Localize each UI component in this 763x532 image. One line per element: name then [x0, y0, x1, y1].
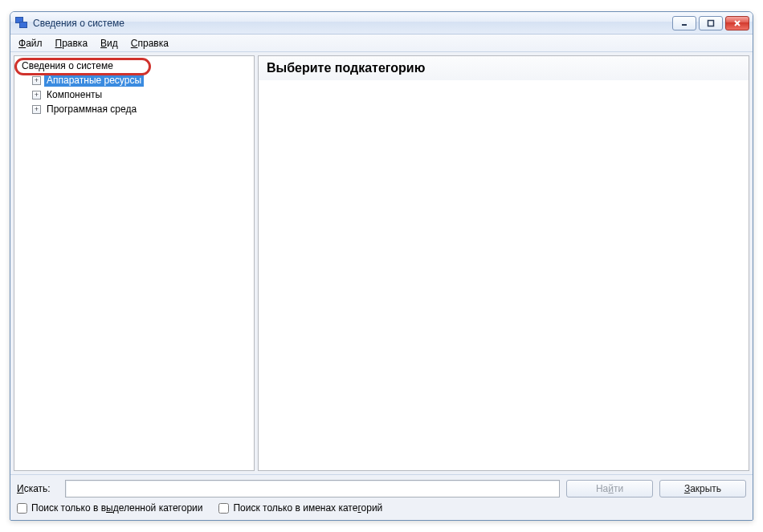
maximize-button[interactable] [699, 16, 723, 30]
tree: Сведения о системе + Аппаратные ресурсы … [14, 56, 254, 119]
tree-item-hardware[interactable]: + Аппаратные ресурсы [14, 73, 254, 87]
search-input[interactable] [65, 480, 560, 497]
tree-item-software-env[interactable]: + Программная среда [14, 102, 254, 116]
tree-item-label: Аппаратные ресурсы [44, 74, 144, 87]
tree-item-label: Программная среда [44, 103, 139, 116]
menu-edit[interactable]: Правка [49, 35, 95, 51]
checkbox-category-names[interactable]: Поиск только в именах категорий [218, 502, 382, 514]
menu-view[interactable]: Вид [94, 35, 124, 51]
find-button[interactable]: Найти [566, 480, 653, 497]
menu-bar: Файл Правка Вид Справка [10, 35, 753, 52]
expand-icon[interactable]: + [32, 76, 41, 85]
menu-file[interactable]: Файл [12, 35, 49, 51]
tree-root[interactable]: Сведения о системе [14, 59, 254, 73]
tree-item-label: Компоненты [44, 88, 104, 101]
close-search-button[interactable]: Закрыть [659, 480, 746, 497]
title-bar: Сведения о системе [10, 12, 753, 35]
checkbox-selected-category-input[interactable] [17, 503, 27, 514]
app-icon [15, 17, 28, 30]
svg-rect-1 [708, 20, 714, 26]
expand-icon[interactable]: + [32, 105, 41, 114]
checkbox-category-names-input[interactable] [218, 503, 229, 514]
menu-help[interactable]: Справка [124, 35, 175, 51]
minimize-button[interactable] [672, 16, 696, 30]
expand-icon[interactable]: + [32, 91, 41, 99]
window-controls [672, 16, 749, 30]
window-title: Сведения о системе [33, 18, 124, 29]
search-bar: Искать: Найти Закрыть Поиск только в выд… [10, 474, 753, 520]
window: Сведения о системе Файл Правка Вид Справ… [10, 11, 753, 521]
search-label: Искать: [17, 483, 59, 494]
content-split: Сведения о системе + Аппаратные ресурсы … [10, 52, 753, 474]
detail-header: Выберите подкатегорию [259, 56, 749, 80]
detail-panel: Выберите подкатегорию [258, 55, 749, 471]
tree-item-components[interactable]: + Компоненты [14, 87, 254, 102]
close-button[interactable] [725, 16, 749, 30]
checkbox-selected-category[interactable]: Поиск только в выделенной категории [17, 502, 202, 514]
tree-root-label: Сведения о системе [19, 59, 116, 72]
tree-panel: Сведения о системе + Аппаратные ресурсы … [14, 55, 255, 471]
